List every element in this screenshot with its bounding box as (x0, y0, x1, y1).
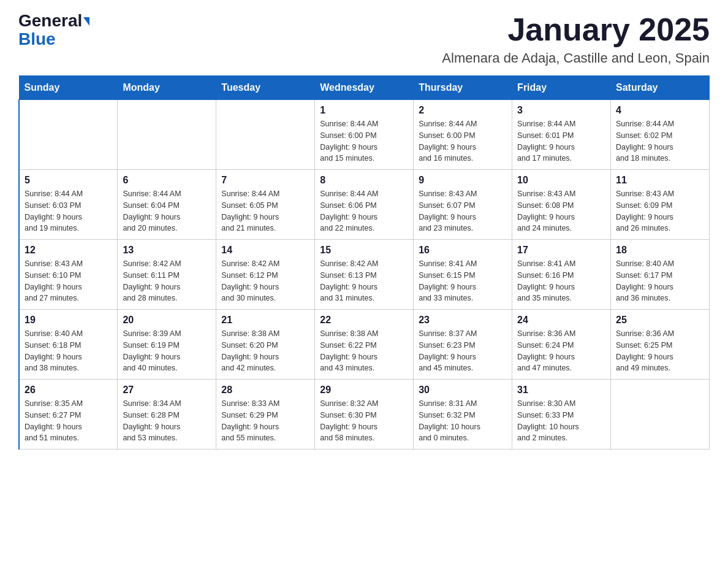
calendar-cell: 6Sunrise: 8:44 AM Sunset: 6:04 PM Daylig… (118, 170, 216, 240)
day-info: Sunrise: 8:38 AM Sunset: 6:22 PM Dayligh… (320, 328, 408, 374)
calendar-cell: 10Sunrise: 8:43 AM Sunset: 6:08 PM Dayli… (512, 170, 611, 240)
day-number: 31 (517, 385, 605, 396)
logo: General Blue (18, 12, 89, 49)
day-info: Sunrise: 8:41 AM Sunset: 6:16 PM Dayligh… (517, 258, 605, 304)
day-number: 14 (221, 245, 309, 256)
calendar-cell: 2Sunrise: 8:44 AM Sunset: 6:00 PM Daylig… (414, 100, 512, 170)
day-info: Sunrise: 8:36 AM Sunset: 6:25 PM Dayligh… (616, 328, 704, 374)
calendar-cell: 30Sunrise: 8:31 AM Sunset: 6:32 PM Dayli… (414, 380, 512, 450)
calendar-week-row: 12Sunrise: 8:43 AM Sunset: 6:10 PM Dayli… (19, 240, 710, 310)
day-number: 5 (25, 175, 112, 186)
calendar-cell: 8Sunrise: 8:44 AM Sunset: 6:06 PM Daylig… (315, 170, 414, 240)
calendar-cell: 20Sunrise: 8:39 AM Sunset: 6:19 PM Dayli… (118, 310, 216, 380)
day-number: 10 (517, 175, 605, 186)
calendar-cell: 28Sunrise: 8:33 AM Sunset: 6:29 PM Dayli… (216, 380, 315, 450)
calendar-cell: 3Sunrise: 8:44 AM Sunset: 6:01 PM Daylig… (512, 100, 611, 170)
weekday-header-tuesday: Tuesday (216, 76, 315, 100)
weekday-header-saturday: Saturday (611, 76, 710, 100)
calendar-week-row: 26Sunrise: 8:35 AM Sunset: 6:27 PM Dayli… (19, 380, 710, 450)
calendar-header: SundayMondayTuesdayWednesdayThursdayFrid… (19, 76, 710, 100)
logo-triangle-icon (83, 17, 89, 26)
day-number: 12 (25, 245, 112, 256)
weekday-row: SundayMondayTuesdayWednesdayThursdayFrid… (19, 76, 710, 100)
day-info: Sunrise: 8:35 AM Sunset: 6:27 PM Dayligh… (25, 398, 112, 444)
day-info: Sunrise: 8:30 AM Sunset: 6:33 PM Dayligh… (517, 398, 605, 444)
day-number: 16 (419, 245, 507, 256)
weekday-header-wednesday: Wednesday (315, 76, 414, 100)
day-info: Sunrise: 8:37 AM Sunset: 6:23 PM Dayligh… (419, 328, 507, 374)
logo-general: General (18, 12, 82, 29)
weekday-header-friday: Friday (512, 76, 611, 100)
day-info: Sunrise: 8:44 AM Sunset: 6:03 PM Dayligh… (25, 188, 112, 234)
day-number: 21 (221, 315, 309, 326)
day-info: Sunrise: 8:43 AM Sunset: 6:07 PM Dayligh… (419, 188, 507, 234)
day-number: 18 (616, 245, 704, 256)
day-number: 30 (419, 385, 507, 396)
day-number: 13 (123, 245, 211, 256)
calendar-cell: 11Sunrise: 8:43 AM Sunset: 6:09 PM Dayli… (611, 170, 710, 240)
day-info: Sunrise: 8:44 AM Sunset: 6:00 PM Dayligh… (419, 118, 507, 164)
logo-blue: Blue (18, 29, 56, 49)
day-info: Sunrise: 8:44 AM Sunset: 6:02 PM Dayligh… (616, 118, 704, 164)
calendar-week-row: 1Sunrise: 8:44 AM Sunset: 6:00 PM Daylig… (19, 100, 710, 170)
weekday-header-thursday: Thursday (414, 76, 512, 100)
day-number: 2 (419, 105, 507, 116)
day-info: Sunrise: 8:34 AM Sunset: 6:28 PM Dayligh… (123, 398, 211, 444)
day-info: Sunrise: 8:32 AM Sunset: 6:30 PM Dayligh… (320, 398, 408, 444)
calendar-cell: 31Sunrise: 8:30 AM Sunset: 6:33 PM Dayli… (512, 380, 611, 450)
calendar-cell: 21Sunrise: 8:38 AM Sunset: 6:20 PM Dayli… (216, 310, 315, 380)
calendar-cell: 22Sunrise: 8:38 AM Sunset: 6:22 PM Dayli… (315, 310, 414, 380)
calendar-body: 1Sunrise: 8:44 AM Sunset: 6:00 PM Daylig… (19, 100, 710, 450)
calendar-cell: 18Sunrise: 8:40 AM Sunset: 6:17 PM Dayli… (611, 240, 710, 310)
calendar-cell: 27Sunrise: 8:34 AM Sunset: 6:28 PM Dayli… (118, 380, 216, 450)
day-number: 15 (320, 245, 408, 256)
calendar-cell: 12Sunrise: 8:43 AM Sunset: 6:10 PM Dayli… (19, 240, 118, 310)
calendar-cell: 16Sunrise: 8:41 AM Sunset: 6:15 PM Dayli… (414, 240, 512, 310)
calendar-cell: 13Sunrise: 8:42 AM Sunset: 6:11 PM Dayli… (118, 240, 216, 310)
calendar-cell: 19Sunrise: 8:40 AM Sunset: 6:18 PM Dayli… (19, 310, 118, 380)
calendar-cell: 29Sunrise: 8:32 AM Sunset: 6:30 PM Dayli… (315, 380, 414, 450)
day-info: Sunrise: 8:41 AM Sunset: 6:15 PM Dayligh… (419, 258, 507, 304)
calendar-cell (611, 380, 710, 450)
day-number: 29 (320, 385, 408, 396)
calendar-cell: 24Sunrise: 8:36 AM Sunset: 6:24 PM Dayli… (512, 310, 611, 380)
day-number: 8 (320, 175, 408, 186)
day-info: Sunrise: 8:43 AM Sunset: 6:08 PM Dayligh… (517, 188, 605, 234)
day-info: Sunrise: 8:42 AM Sunset: 6:12 PM Dayligh… (221, 258, 309, 304)
day-info: Sunrise: 8:42 AM Sunset: 6:13 PM Dayligh… (320, 258, 408, 304)
day-number: 24 (517, 315, 605, 326)
calendar-cell: 23Sunrise: 8:37 AM Sunset: 6:23 PM Dayli… (414, 310, 512, 380)
calendar-cell: 5Sunrise: 8:44 AM Sunset: 6:03 PM Daylig… (19, 170, 118, 240)
title-section: January 2025 Almenara de Adaja, Castille… (442, 12, 710, 66)
day-number: 28 (221, 385, 309, 396)
day-number: 6 (123, 175, 211, 186)
day-info: Sunrise: 8:39 AM Sunset: 6:19 PM Dayligh… (123, 328, 211, 374)
calendar-cell: 4Sunrise: 8:44 AM Sunset: 6:02 PM Daylig… (611, 100, 710, 170)
day-number: 22 (320, 315, 408, 326)
day-number: 26 (25, 385, 112, 396)
calendar-cell: 26Sunrise: 8:35 AM Sunset: 6:27 PM Dayli… (19, 380, 118, 450)
calendar-cell (19, 100, 118, 170)
calendar-title: January 2025 (442, 12, 710, 47)
calendar-cell: 25Sunrise: 8:36 AM Sunset: 6:25 PM Dayli… (611, 310, 710, 380)
day-number: 9 (419, 175, 507, 186)
calendar-cell: 9Sunrise: 8:43 AM Sunset: 6:07 PM Daylig… (414, 170, 512, 240)
day-info: Sunrise: 8:43 AM Sunset: 6:09 PM Dayligh… (616, 188, 704, 234)
calendar-table: SundayMondayTuesdayWednesdayThursdayFrid… (18, 75, 710, 450)
day-number: 23 (419, 315, 507, 326)
calendar-cell (118, 100, 216, 170)
weekday-header-sunday: Sunday (19, 76, 118, 100)
day-number: 3 (517, 105, 605, 116)
day-number: 19 (25, 315, 112, 326)
page-header: General Blue January 2025 Almenara de Ad… (18, 12, 710, 66)
calendar-subtitle: Almenara de Adaja, Castille and Leon, Sp… (442, 50, 710, 66)
weekday-header-monday: Monday (118, 76, 216, 100)
calendar-cell: 14Sunrise: 8:42 AM Sunset: 6:12 PM Dayli… (216, 240, 315, 310)
day-number: 25 (616, 315, 704, 326)
calendar-cell (216, 100, 315, 170)
day-number: 20 (123, 315, 211, 326)
calendar-cell: 1Sunrise: 8:44 AM Sunset: 6:00 PM Daylig… (315, 100, 414, 170)
day-info: Sunrise: 8:36 AM Sunset: 6:24 PM Dayligh… (517, 328, 605, 374)
day-number: 17 (517, 245, 605, 256)
day-info: Sunrise: 8:44 AM Sunset: 6:05 PM Dayligh… (221, 188, 309, 234)
